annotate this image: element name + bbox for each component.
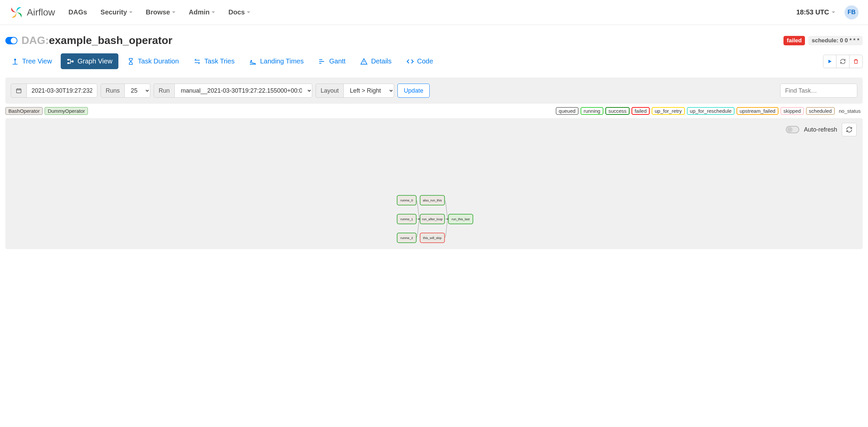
header-right: failed schedule: 0 0 * * * — [783, 36, 863, 45]
caret-icon — [247, 11, 250, 13]
graph-canvas[interactable]: runme_0runme_1runme_2also_run_thisrun_af… — [5, 118, 863, 249]
caret-icon — [129, 11, 132, 13]
filter-bar: Runs 25 Run manual__2021-03-30T19:27:22.… — [5, 78, 863, 104]
svg-rect-4 — [67, 62, 69, 64]
layout-select[interactable]: Left > Right — [344, 84, 394, 98]
task-node-runme_2[interactable]: runme_2 — [397, 233, 416, 243]
details-icon — [360, 58, 368, 65]
view-tabs: Tree View Graph View Task Duration Task … — [0, 47, 868, 78]
state-chip-skipped[interactable]: skipped — [780, 107, 804, 115]
tab-graph-view[interactable]: Graph View — [61, 53, 118, 69]
state-chip-upstream_failed[interactable]: upstream_failed — [737, 107, 778, 115]
graph-svg: runme_0runme_1runme_2also_run_thisrun_af… — [5, 118, 863, 249]
nav-link-docs[interactable]: Docs — [228, 8, 250, 16]
task-node-also_run_this[interactable]: also_run_this — [420, 195, 445, 205]
base-date-input[interactable] — [27, 84, 97, 98]
tab-label: Code — [417, 57, 433, 65]
svg-text:this_will_skip: this_will_skip — [423, 236, 441, 240]
operator-chip[interactable]: BashOperator — [5, 107, 42, 115]
nav-link-security[interactable]: Security — [101, 8, 132, 16]
svg-rect-2 — [13, 64, 18, 64]
delete-dag-button[interactable] — [849, 55, 863, 68]
refresh-icon — [840, 58, 846, 64]
caret-icon — [172, 11, 176, 13]
gantt-icon — [318, 58, 326, 65]
tab-code[interactable]: Code — [400, 53, 439, 69]
state-chip-scheduled[interactable]: scheduled — [806, 107, 835, 115]
tab-gantt[interactable]: Gantt — [312, 53, 351, 69]
tab-landing-times[interactable]: Landing Times — [243, 53, 310, 69]
tries-icon — [193, 58, 201, 65]
tab-task-tries[interactable]: Task Tries — [187, 53, 241, 69]
code-icon — [406, 58, 414, 65]
dag-enabled-toggle[interactable] — [5, 37, 18, 44]
nav-link-label: DAGs — [68, 8, 87, 16]
svg-text:also_run_this: also_run_this — [423, 198, 442, 202]
brand-text: Airflow — [27, 7, 55, 18]
state-legend: queuedrunningsuccessfailedup_for_retryup… — [556, 107, 863, 115]
svg-point-0 — [14, 58, 16, 60]
dag-title-prefix: DAG: — [22, 34, 49, 47]
nav-right: 18:53 UTC FB — [796, 5, 859, 20]
svg-rect-3 — [67, 59, 69, 60]
task-node-run_after_loop[interactable]: run_after_loop — [420, 214, 445, 224]
edge — [445, 200, 449, 219]
state-chip-running[interactable]: running — [581, 107, 603, 115]
state-chip-no-status[interactable]: no_status — [837, 107, 863, 114]
svg-text:run_after_loop: run_after_loop — [422, 217, 442, 221]
base-date-group — [11, 84, 97, 98]
tab-details[interactable]: Details — [354, 53, 398, 69]
nav-link-dags[interactable]: DAGs — [68, 8, 87, 16]
state-chip-success[interactable]: success — [606, 107, 629, 115]
state-chip-queued[interactable]: queued — [556, 107, 579, 115]
legends-row: BashOperatorDummyOperator queuedrunnings… — [0, 104, 868, 116]
edge — [416, 200, 420, 219]
calendar-icon — [11, 84, 27, 98]
avatar[interactable]: FB — [844, 5, 859, 20]
tab-label: Gantt — [329, 57, 345, 65]
state-chip-failed[interactable]: failed — [631, 107, 650, 115]
task-node-run_this_last[interactable]: run_this_last — [448, 214, 473, 224]
task-node-this_will_skip[interactable]: this_will_skip — [420, 233, 445, 243]
page-header: DAG: example_bash_operator failed schedu… — [0, 25, 868, 47]
operator-chip[interactable]: DummyOperator — [44, 107, 88, 115]
nav-link-admin[interactable]: Admin — [189, 8, 215, 16]
svg-text:runme_1: runme_1 — [400, 217, 413, 221]
num-runs-select[interactable]: 25 — [125, 84, 150, 98]
nav-link-label: Security — [101, 8, 127, 16]
clock-label: 18:53 UTC — [796, 8, 829, 16]
svg-text:runme_0: runme_0 — [400, 198, 413, 202]
run-select[interactable]: manual__2021-03-30T19:27:22.155000+00:00 — [175, 84, 312, 98]
task-node-runme_0[interactable]: runme_0 — [397, 195, 416, 205]
svg-text:runme_2: runme_2 — [400, 236, 413, 240]
run-label: Run — [154, 84, 175, 98]
navbar: Airflow DAGs Security Browse Admin Docs … — [0, 0, 868, 25]
run-group: Run manual__2021-03-30T19:27:22.155000+0… — [154, 84, 312, 98]
status-badge: failed — [783, 36, 805, 45]
nav-link-browse[interactable]: Browse — [146, 8, 176, 16]
caret-icon — [212, 11, 215, 13]
tab-task-duration[interactable]: Task Duration — [121, 53, 185, 69]
edge — [445, 219, 449, 238]
refresh-dag-button[interactable] — [836, 55, 849, 68]
svg-rect-6 — [17, 89, 21, 93]
find-task-input[interactable] — [780, 84, 857, 98]
state-chip-up_for_retry[interactable]: up_for_retry — [652, 107, 685, 115]
task-node-runme_1[interactable]: runme_1 — [397, 214, 416, 224]
clock[interactable]: 18:53 UTC — [796, 8, 835, 16]
update-button[interactable]: Update — [398, 84, 430, 98]
num-runs-group: Runs 25 — [101, 84, 150, 98]
layout-label: Layout — [316, 84, 344, 98]
tab-tree-view[interactable]: Tree View — [5, 53, 58, 69]
trigger-dag-button[interactable] — [823, 55, 836, 68]
nav-link-label: Browse — [146, 8, 170, 16]
brand[interactable]: Airflow — [9, 5, 55, 20]
graph-icon — [67, 58, 74, 65]
caret-icon — [832, 11, 835, 13]
autorefresh-toggle[interactable] — [786, 126, 799, 133]
svg-text:run_this_last: run_this_last — [452, 217, 470, 221]
tab-label: Task Duration — [138, 57, 179, 65]
operator-legend: BashOperatorDummyOperator — [5, 107, 88, 115]
schedule-badge: schedule: 0 0 * * * — [808, 36, 863, 45]
state-chip-up_for_reschedule[interactable]: up_for_reschedule — [687, 107, 735, 115]
